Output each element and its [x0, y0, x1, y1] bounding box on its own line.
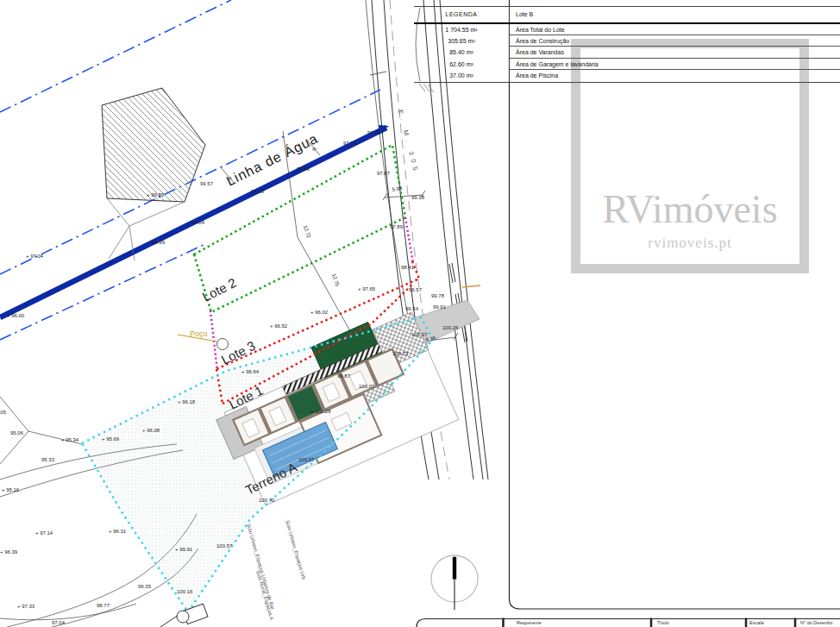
orange-mark	[462, 285, 480, 287]
spot-elevation: 98.77	[97, 603, 110, 608]
spot-elevation: + 100.28	[310, 409, 331, 414]
lote2-label: Lote 2	[200, 275, 239, 304]
titleblock-field: Título	[657, 620, 669, 625]
legend-row: 305.65 m²Área de Construção	[414, 35, 840, 47]
spot-elevation: + 96.00	[7, 313, 25, 318]
north-arrow-icon	[431, 555, 478, 610]
spot-elevation: 96.05	[0, 410, 7, 415]
spot-elevation: 99.18	[411, 195, 425, 200]
legend-row: 62.60 m²Área de Garagem e lavandaria	[414, 59, 840, 70]
legend-header: LEGENDA Lote B	[414, 7, 840, 24]
spot-elevation: 100.70	[259, 498, 275, 503]
legend-area-label: Área de Varandas	[510, 47, 840, 58]
spot-elevation: 97.74	[367, 130, 381, 135]
legend-area-label: Área de Garagem e lavandaria	[510, 59, 840, 70]
spot-elevation: 99.87	[337, 373, 351, 379]
spot-elevation: + 99.91	[175, 547, 193, 552]
spot-elevation: 100.97	[298, 457, 315, 462]
titleblock-field: Requerente	[517, 620, 542, 625]
spot-elevation: 97.04	[191, 220, 205, 225]
spot-elevation: 95.33	[41, 457, 55, 462]
spot-elevation: + 95.34	[61, 437, 79, 442]
legend-area-label: Área de Piscina	[510, 70, 840, 81]
spot-elevation: + 96.39	[0, 549, 18, 555]
spot-elevation: 99.54	[405, 306, 419, 311]
titleblock-field: Escala	[749, 620, 764, 625]
legend-area-value: 85.40 m²	[414, 47, 510, 58]
zoning-label: Solo Urbano_Espaços Urbanos de Bai	[246, 524, 275, 610]
spot-elevation: 99.57	[409, 287, 423, 292]
well-symbol	[217, 339, 229, 350]
spot-elevation: 96.96	[297, 166, 310, 172]
spot-elevation: + 96.02	[310, 310, 329, 315]
spot-elevation: 97.04	[52, 620, 66, 625]
dimension-label: 6.35	[425, 335, 436, 342]
legend-row: 1 704.55 m²Área Total do Lote	[414, 24, 840, 35]
spot-elevation: + 96.08	[142, 428, 160, 433]
spot-elevation: 97.87	[377, 171, 391, 176]
legend-rows: 1 704.55 m²Área Total do Lote305.65 m²Ár…	[414, 24, 840, 82]
legend-header-lot: Lote B	[510, 7, 840, 22]
spot-elevation: 95.06	[10, 430, 24, 436]
spot-elevation: + 96.18	[178, 399, 196, 404]
spot-elevation: 97.89	[390, 224, 404, 229]
structure-symbol	[160, 604, 208, 627]
spot-elevation: + 96.64	[241, 369, 260, 374]
spot-elevation: 99.35	[138, 584, 152, 589]
spot-elevation: 98.41	[401, 265, 415, 270]
dimension-label: 12.75	[331, 273, 341, 287]
drawing-sheet: + 97.04+ 96.0096.9997.04+ 99.8999.5797.0…	[0, 0, 840, 627]
dimension-labels: 12.7212.755.956.3566	[227, 147, 436, 342]
legend-table: LEGENDA Lote B 1 704.55 m²Área Total do …	[414, 6, 840, 83]
spot-elevation: 97.00	[251, 189, 265, 194]
spot-elevation: 100.26	[442, 325, 459, 330]
spot-elevation: 99.78	[431, 293, 445, 298]
legend-area-value: 37.00 m²	[414, 70, 510, 81]
spot-elevation: + 95.16	[2, 487, 20, 492]
existing-building-hatched	[102, 88, 205, 260]
spot-elevation: + 96.52	[270, 323, 288, 329]
spot-elevation: 100.73	[392, 351, 409, 356]
watermark-brand: RVimóveis	[580, 190, 799, 229]
watermark-site: rvimoveis.pt	[580, 235, 799, 252]
legend-row: 37.00 m²Área de Piscina	[414, 70, 840, 81]
legend-area-label: Área de Construção	[510, 35, 840, 47]
spot-elevation: + 95.69	[102, 436, 120, 442]
spot-elevation: 99.57	[200, 181, 214, 186]
road-label: E. M. 305	[397, 109, 420, 175]
dimension-label: 5.95	[392, 185, 403, 192]
spot-elevation: + 97.65	[358, 286, 376, 292]
spot-elevation: 99.91	[433, 304, 447, 310]
titleblock-field: N° do Desenho	[800, 620, 832, 625]
spot-elevation: + 99.89	[147, 192, 165, 198]
spot-elevation: 96.99	[152, 240, 166, 245]
legend-area-label: Área Total do Lote	[510, 24, 840, 35]
legend-area-value: 305.65 m²	[414, 35, 510, 47]
spot-elevation: 100.57	[216, 543, 233, 549]
water-line-label: Linha de Água	[223, 130, 320, 189]
spot-elevation: + 96.31	[109, 529, 127, 534]
spot-elevation: 100.16	[177, 589, 193, 594]
dimension-label: 12.72	[303, 224, 312, 239]
legend-header-title: LEGENDA	[414, 7, 510, 22]
spot-elevation: 100.07	[359, 384, 375, 389]
spot-elevation: + 97.33	[17, 604, 35, 609]
spot-elevation: 97.31	[343, 141, 357, 146]
spot-elevation: + 97.04	[26, 254, 44, 259]
legend-row: 85.40 m²Área de Varandas	[414, 47, 840, 58]
legend-area-value: 62.60 m²	[414, 59, 510, 70]
zoning-label: Solo Urbano_Espaços Urb	[285, 520, 307, 581]
spot-elevation: + 97.14	[35, 530, 53, 536]
well-label: Poço	[190, 329, 208, 338]
legend-area-value: 1 704.55 m²	[414, 24, 510, 35]
